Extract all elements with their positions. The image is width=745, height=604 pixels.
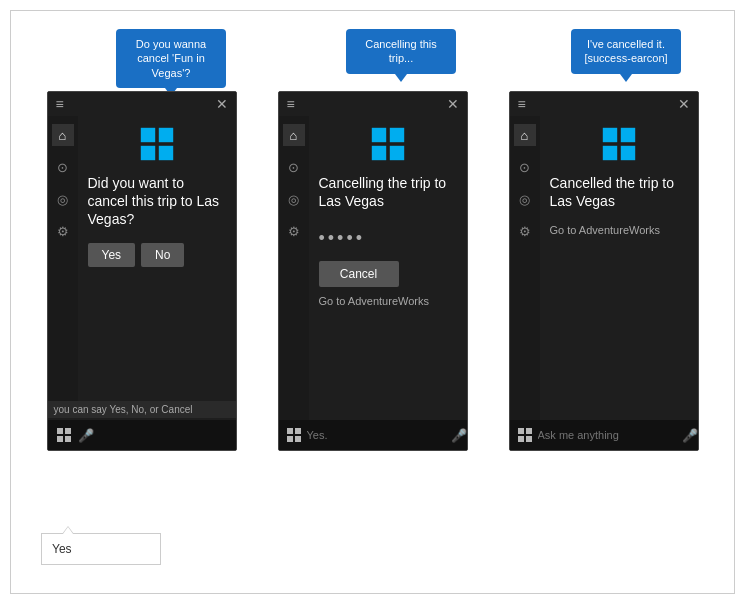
close-icon-3[interactable]: ✕ <box>678 96 690 112</box>
bubble3-text: I've cancelled it. [success-earcon] <box>584 38 667 64</box>
win-start-2[interactable] <box>287 427 301 443</box>
outer-border: Do you wanna cancel 'Fun in Vegas'? Canc… <box>10 10 735 594</box>
titlebar-2: ≡ ✕ <box>279 92 467 116</box>
win-btn-svg-3 <box>518 428 532 442</box>
titlebar-3: ≡ ✕ <box>510 92 698 116</box>
bubble2-text: Cancelling this trip... <box>365 38 437 64</box>
win-start-1[interactable] <box>56 427 72 443</box>
btn-row-1: Yes No <box>88 243 226 267</box>
svg-rect-1 <box>158 128 172 142</box>
sidebar-1: ⌂ ⊙ ◎ ⚙ Did you want to cancel thi <box>48 116 236 401</box>
svg-rect-22 <box>518 436 524 442</box>
sidebar-location-1[interactable]: ◎ <box>52 188 74 210</box>
svg-rect-4 <box>57 428 63 434</box>
speech-bubble-3: I've cancelled it. [success-earcon] <box>571 29 681 74</box>
hint-bar-1: you can say Yes, No, or Cancel <box>48 401 236 418</box>
sidebar-home-1[interactable]: ⌂ <box>52 124 74 146</box>
svg-rect-12 <box>287 428 293 434</box>
win-btn-svg-2 <box>287 428 301 442</box>
sidebar-settings-1[interactable]: ⚙ <box>52 220 74 242</box>
yes-tooltip: Yes <box>41 533 161 565</box>
win-logo-svg-1 <box>139 126 175 162</box>
bottom-bar-1: 🎤 <box>48 420 236 450</box>
mic-icon-3[interactable]: 🎤 <box>682 428 698 443</box>
no-button[interactable]: No <box>141 243 184 267</box>
panel-cancelled: ≡ ✕ ⌂ ⊙ ◎ ⚙ <box>509 91 699 451</box>
bottom-bar-3: 🎤 <box>510 420 698 450</box>
bubble1-text: Do you wanna cancel 'Fun in Vegas'? <box>136 38 206 79</box>
svg-rect-7 <box>65 436 71 442</box>
close-icon-1[interactable]: ✕ <box>216 96 228 112</box>
hamburger-icon-2[interactable]: ≡ <box>287 96 295 112</box>
close-icon-2[interactable]: ✕ <box>447 96 459 112</box>
panel-title-2: Cancelling the trip to Las Vegas <box>319 174 457 210</box>
sidebar-icons-2: ⌂ ⊙ ◎ ⚙ <box>279 116 309 420</box>
speech-bubble-1: Do you wanna cancel 'Fun in Vegas'? <box>116 29 226 88</box>
sidebar-location-3[interactable]: ◎ <box>514 188 536 210</box>
sidebar-home-3[interactable]: ⌂ <box>514 124 536 146</box>
mic-icon-2[interactable]: 🎤 <box>451 428 467 443</box>
svg-rect-0 <box>140 128 154 142</box>
svg-rect-2 <box>140 146 154 160</box>
hamburger-icon[interactable]: ≡ <box>56 96 64 112</box>
svg-rect-10 <box>371 146 385 160</box>
bottom-bar-2: 🎤 <box>279 420 467 450</box>
win-logo-svg-2 <box>370 126 406 162</box>
svg-rect-21 <box>526 428 532 434</box>
adventure-works-link-3[interactable]: Go to AdventureWorks <box>550 224 688 236</box>
progress-dots: ••••• <box>319 228 457 249</box>
win-btn-svg-1 <box>57 428 71 442</box>
speech-bubble-2: Cancelling this trip... <box>346 29 456 74</box>
svg-rect-23 <box>526 436 532 442</box>
sidebar-settings-2[interactable]: ⚙ <box>283 220 305 242</box>
svg-rect-3 <box>158 146 172 160</box>
mic-icon-1[interactable]: 🎤 <box>78 428 94 443</box>
svg-rect-8 <box>371 128 385 142</box>
bottom-input-2[interactable] <box>307 429 445 441</box>
windows-logo-1 <box>88 126 226 162</box>
cancel-button[interactable]: Cancel <box>319 261 399 287</box>
svg-rect-9 <box>389 128 403 142</box>
svg-rect-13 <box>295 428 301 434</box>
svg-rect-6 <box>57 436 63 442</box>
sidebar-location-2[interactable]: ◎ <box>283 188 305 210</box>
panel-title-3: Cancelled the trip to Las Vegas <box>550 174 688 210</box>
panel-title-1: Did you want to cancel this trip to Las … <box>88 174 226 229</box>
sidebar-icons-3: ⌂ ⊙ ◎ ⚙ <box>510 116 540 420</box>
adventure-works-link-2[interactable]: Go to AdventureWorks <box>319 295 457 307</box>
hamburger-icon-3[interactable]: ≡ <box>518 96 526 112</box>
svg-rect-19 <box>620 146 634 160</box>
windows-logo-2 <box>319 126 457 162</box>
panel-confirm: ≡ ✕ ⌂ ⊙ ◎ ⚙ <box>47 91 237 451</box>
sidebar-search-1[interactable]: ⊙ <box>52 156 74 178</box>
svg-rect-16 <box>602 128 616 142</box>
svg-rect-15 <box>295 436 301 442</box>
panel-content-2: Cancelling the trip to Las Vegas ••••• C… <box>309 116 467 420</box>
win-start-3[interactable] <box>518 427 532 443</box>
tooltip-box: Yes <box>41 533 161 565</box>
win-logo-svg-3 <box>601 126 637 162</box>
svg-rect-17 <box>620 128 634 142</box>
sidebar-settings-3[interactable]: ⚙ <box>514 220 536 242</box>
titlebar-1: ≡ ✕ <box>48 92 236 116</box>
sidebar-2: ⌂ ⊙ ◎ ⚙ Cancelling the trip to Las <box>279 116 467 420</box>
svg-rect-11 <box>389 146 403 160</box>
sidebar-search-3[interactable]: ⊙ <box>514 156 536 178</box>
panel-content-1: Did you want to cancel this trip to Las … <box>78 116 236 401</box>
svg-rect-20 <box>518 428 524 434</box>
bottom-input-3[interactable] <box>538 429 676 441</box>
panel-content-3: Cancelled the trip to Las Vegas Go to Ad… <box>540 116 698 420</box>
sidebar-3: ⌂ ⊙ ◎ ⚙ Cancelled the trip to Las <box>510 116 698 420</box>
svg-rect-18 <box>602 146 616 160</box>
yes-button[interactable]: Yes <box>88 243 136 267</box>
sidebar-search-2[interactable]: ⊙ <box>283 156 305 178</box>
svg-rect-14 <box>287 436 293 442</box>
panel-cancelling: ≡ ✕ ⌂ ⊙ ◎ ⚙ <box>278 91 468 451</box>
sidebar-icons-1: ⌂ ⊙ ◎ ⚙ <box>48 116 78 401</box>
sidebar-home-2[interactable]: ⌂ <box>283 124 305 146</box>
tooltip-label: Yes <box>52 542 72 556</box>
windows-logo-3 <box>550 126 688 162</box>
svg-rect-5 <box>65 428 71 434</box>
